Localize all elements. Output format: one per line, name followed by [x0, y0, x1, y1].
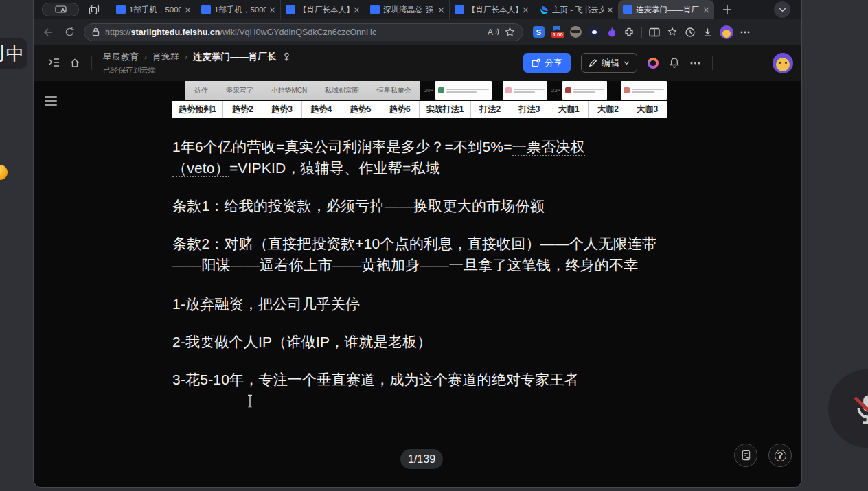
help-button[interactable]: ? [768, 444, 792, 467]
browser-tab[interactable]: 【肖厂长本人】 [449, 0, 534, 19]
home-icon[interactable] [69, 58, 80, 69]
edit-label: 编辑 [602, 57, 619, 69]
extension-price-tag-icon[interactable]: 1.00 [551, 26, 563, 38]
browser-tab[interactable]: 深圳湾晶总·强 [365, 0, 449, 19]
url-bar[interactable]: https://starlightedu.feishu.cn/wiki/VqH0… [84, 23, 523, 41]
doc-icon [455, 5, 464, 14]
workspaces-icon[interactable] [89, 4, 100, 15]
close-icon[interactable] [438, 7, 444, 13]
user-avatar[interactable] [773, 53, 793, 73]
text-run-underlined: 一票否决权 [512, 139, 585, 156]
close-icon[interactable] [354, 7, 360, 13]
back-icon[interactable] [43, 27, 54, 38]
flag-shape [553, 26, 560, 31]
assistant-ball[interactable] [0, 165, 8, 180]
tab-title: 主页 - 飞书云文档 [552, 5, 604, 15]
paragraph[interactable]: 条款2：对赌（直接把投资款+10个点的利息，直接收回）——个人无限连带——阳谋—… [172, 233, 667, 275]
screen-share-button[interactable] [42, 3, 79, 16]
refresh-icon[interactable] [65, 27, 75, 37]
share-label: 分享 [545, 57, 562, 69]
edit-button[interactable]: 编辑 [581, 53, 637, 73]
record-ring-icon[interactable] [648, 58, 659, 69]
extension-flame-icon[interactable] [607, 27, 617, 38]
thumb-lines [446, 89, 489, 93]
table-tab[interactable]: 大咖1 [549, 101, 589, 118]
close-icon[interactable] [607, 7, 613, 13]
table-tab[interactable]: 趋势6 [380, 101, 420, 118]
image-thumbnail [503, 81, 547, 100]
tab-search-button[interactable] [774, 1, 790, 18]
address-bar: https://starlightedu.feishu.cn/wiki/VqH0… [34, 19, 801, 45]
table-tab[interactable]: 趋势3 [262, 101, 301, 118]
extension-avatar-icon[interactable] [570, 26, 582, 38]
table-tab[interactable]: 趋势预判1 [172, 101, 223, 118]
table-tab[interactable]: 大咖3 [628, 101, 667, 118]
table-tab[interactable]: 趋势2 [223, 101, 262, 118]
thumb-avatar [624, 87, 630, 93]
table-tab[interactable]: 打法2 [471, 101, 510, 118]
read-aloud-icon[interactable]: A [488, 27, 499, 36]
document-area[interactable]: 益伴 坚果写字 小趋势MCN 私域创富圈 恒星私董会 30+ [34, 81, 801, 487]
favorites-icon[interactable] [667, 27, 678, 37]
sidebar-toggle-icon[interactable] [48, 58, 60, 68]
breadcrumb-folder[interactable]: 肖逸群 [152, 51, 179, 63]
thumb-count-label: 30+ [424, 87, 434, 93]
paragraph[interactable]: 1-放弃融资，把公司几乎关停 [172, 293, 667, 315]
paragraph[interactable]: 3-花5-10年，专注一个垂直赛道，成为这个赛道的绝对专家王者 [172, 369, 667, 390]
split-screen-icon[interactable] [649, 27, 660, 37]
doc-table-tabs: 趋势预判1 趋势2 趋势3 趋势4 趋势5 趋势6 实战打法1 打法2 打法3 … [172, 101, 667, 118]
feedback-button[interactable] [734, 444, 757, 467]
doc-icon [623, 5, 632, 14]
close-icon[interactable] [185, 7, 191, 13]
close-icon[interactable] [523, 7, 529, 13]
browser-tab-active[interactable]: 连麦掌门——肖厂 [618, 0, 714, 19]
share-button[interactable]: 分享 [523, 53, 571, 73]
thumb-lines [514, 89, 545, 93]
divider [91, 56, 92, 70]
close-icon[interactable] [269, 7, 275, 13]
header-actions: 分享 编辑 [523, 53, 793, 73]
browser-tab[interactable]: 主页 - 飞书云文档 [534, 0, 618, 19]
paragraph[interactable]: 条款1：给我的投资款，必须亏掉——换取更大的市场份额 [172, 195, 667, 216]
browser-tab[interactable]: 1部手机，5000 [111, 0, 196, 19]
new-tab-button[interactable] [722, 5, 732, 14]
extension-moon-face-icon[interactable] [589, 26, 600, 38]
paragraph[interactable]: 1年6个亿的营收=真实公司利润率是多少？=不到5%=一票否决权（veto）=VI… [172, 136, 667, 179]
url-domain: starlightedu.feishu.cn [131, 27, 220, 37]
tab-title: 【肖厂长本人】 [468, 5, 519, 15]
outline-menu-icon[interactable] [45, 96, 57, 106]
pencil-icon [589, 58, 597, 67]
table-tab[interactable]: 实战打法1 [420, 101, 470, 118]
bell-icon[interactable] [669, 57, 680, 69]
mic-muted-overlay[interactable] [828, 369, 868, 448]
thumb-lines [573, 89, 604, 93]
favorite-star-icon[interactable] [505, 27, 515, 37]
browser-tab[interactable]: 1部手机，5000 [196, 0, 280, 19]
tab-title: 【肖厂长本人】 [299, 5, 350, 15]
divider [108, 5, 108, 14]
banner-label: 坚果写字 [226, 86, 253, 95]
profile-avatar[interactable] [720, 25, 733, 39]
extensions-puzzle-icon[interactable] [624, 27, 635, 38]
extension-s-icon[interactable]: S [533, 26, 545, 38]
breadcrumb-space[interactable]: 星辰教育 [103, 51, 139, 63]
settings-menu-icon[interactable] [740, 31, 750, 34]
table-tab[interactable]: 大咖2 [589, 101, 628, 118]
table-tab[interactable]: 打法3 [510, 101, 549, 118]
image-banner: 益伴 坚果写字 小趋势MCN 私域创富圈 恒星私董会 [185, 81, 420, 100]
doc-icon [201, 5, 211, 14]
table-tab[interactable]: 趋势5 [341, 101, 380, 118]
embedded-image[interactable]: 益伴 坚果写字 小趋势MCN 私域创富圈 恒星私董会 30+ [172, 81, 667, 100]
banner-label: 小趋势MCN [271, 86, 307, 95]
paragraph[interactable]: 2-我要做个人IP（谁做IP，谁就是老板） [172, 331, 667, 352]
extensions-toolbar: S 1.00 [533, 25, 750, 39]
image-thumbnail [435, 81, 492, 100]
pin-icon[interactable] [282, 52, 291, 62]
lock-icon[interactable] [92, 27, 100, 36]
history-icon[interactable] [685, 27, 696, 38]
browser-tab[interactable]: 【肖厂长本人】 [280, 0, 365, 19]
close-icon[interactable] [703, 7, 709, 13]
downloads-icon[interactable] [703, 27, 713, 38]
more-icon[interactable] [690, 62, 700, 65]
table-tab[interactable]: 趋势4 [302, 101, 341, 118]
